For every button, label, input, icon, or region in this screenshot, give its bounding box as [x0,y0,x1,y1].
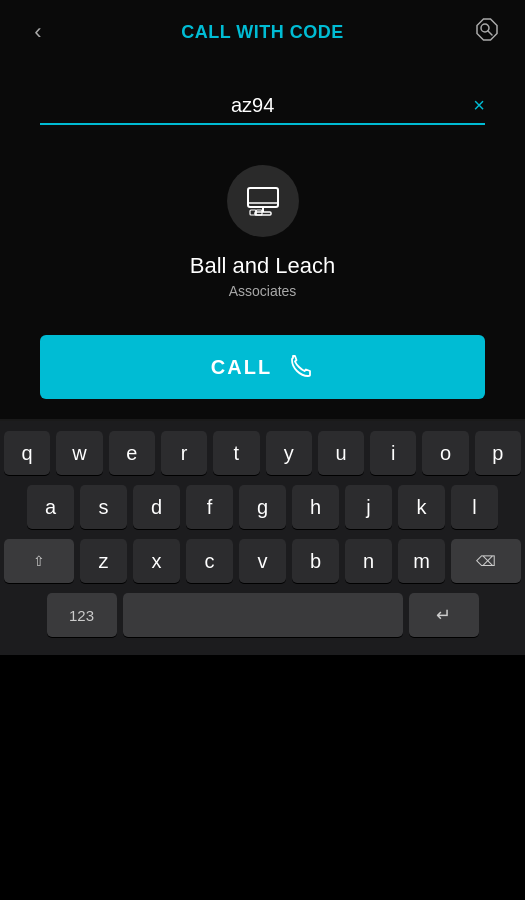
page-title: CALL WITH CODE [181,22,344,43]
numbers-key[interactable]: 123 [47,593,117,637]
search-input[interactable] [40,94,465,117]
key-n[interactable]: n [345,539,392,583]
key-f[interactable]: f [186,485,233,529]
desktop-icon [242,180,284,222]
key-b[interactable]: b [292,539,339,583]
phone-icon [288,354,314,380]
search-row: × [40,94,485,125]
keyboard-row-4: 123 ↵ [4,593,521,637]
back-button[interactable]: ‹ [20,19,56,45]
key-d[interactable]: d [133,485,180,529]
key-h[interactable]: h [292,485,339,529]
contact-section: Ball and Leach Associates [190,165,336,299]
key-o[interactable]: o [422,431,468,475]
call-button[interactable]: CALL [40,335,485,399]
key-z[interactable]: z [80,539,127,583]
key-j[interactable]: j [345,485,392,529]
key-v[interactable]: v [239,539,286,583]
keyboard-row-2: a s d f g h j k l [4,485,521,529]
key-l[interactable]: l [451,485,498,529]
search-icon [473,16,501,44]
key-g[interactable]: g [239,485,286,529]
call-button-label: CALL [211,356,272,379]
key-x[interactable]: x [133,539,180,583]
keyboard: q w e r t y u i o p a s d f g h j k l ⇧ … [0,421,525,655]
space-key[interactable] [123,593,403,637]
key-w[interactable]: w [56,431,102,475]
key-p[interactable]: p [475,431,521,475]
clear-button[interactable]: × [473,94,485,117]
svg-line-1 [488,31,492,35]
key-y[interactable]: y [266,431,312,475]
key-u[interactable]: u [318,431,364,475]
return-key[interactable]: ↵ [409,593,479,637]
key-q[interactable]: q [4,431,50,475]
main-content: × Ball and Leach Associates CALL [0,64,525,419]
key-s[interactable]: s [80,485,127,529]
app-header: ‹ CALL WITH CODE [0,0,525,64]
contact-name: Ball and Leach [190,253,336,279]
key-t[interactable]: t [213,431,259,475]
keyboard-row-1: q w e r t y u i o p [4,431,521,475]
backspace-key[interactable]: ⌫ [451,539,521,583]
key-m[interactable]: m [398,539,445,583]
contact-subtitle: Associates [229,283,297,299]
shift-key[interactable]: ⇧ [4,539,74,583]
key-k[interactable]: k [398,485,445,529]
avatar [227,165,299,237]
key-e[interactable]: e [109,431,155,475]
svg-rect-2 [248,188,278,207]
keyboard-row-3: ⇧ z x c v b n m ⌫ [4,539,521,583]
search-icon-button[interactable] [469,16,505,48]
key-i[interactable]: i [370,431,416,475]
key-r[interactable]: r [161,431,207,475]
key-c[interactable]: c [186,539,233,583]
key-a[interactable]: a [27,485,74,529]
